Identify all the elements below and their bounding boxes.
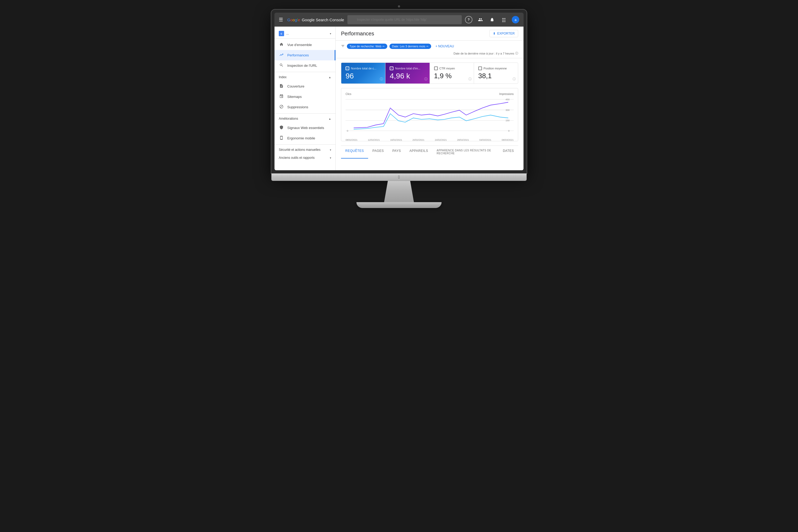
search-type-filter-label: Type de recherche: Web [349, 45, 381, 48]
chart-svg: 450 300 150 0 0 [345, 97, 514, 136]
position-info-icon[interactable]: ⓘ [513, 77, 516, 81]
export-icon: ⬇ [493, 32, 496, 35]
chart-date-5: 28/02/2021 [457, 138, 469, 141]
tab-apparence[interactable]: APPARENCE DANS LES RÉSULTATS DE RECHERCH… [433, 146, 499, 158]
apple-logo:  [398, 175, 400, 179]
update-info-icon: ⓘ [515, 51, 518, 55]
overview-label: Vue d'ensemble [287, 43, 312, 47]
site-url: ... [286, 32, 328, 35]
stat-card-ctr[interactable]: CTR moyen 1,9 % ⓘ [430, 63, 474, 83]
date-filter-label: Date: Les 3 derniers mois [392, 45, 425, 48]
sidebar-nav-sitemaps[interactable]: Sitemaps [274, 92, 336, 102]
clics-value: 96 [345, 72, 381, 80]
nav-actions: ? a [465, 16, 519, 23]
last-update-info: Date de la dernière mise à jour : il y a… [454, 51, 518, 55]
ctr-checkbox [434, 66, 438, 70]
overview-icon [279, 42, 284, 48]
impressions-value: 4,96 k [390, 72, 425, 80]
couverture-label: Couverture [287, 84, 304, 88]
sidebar-nav-url-inspection[interactable]: Inspection de l'URL [274, 60, 336, 71]
performance-chart: Clics Impressions 450 [341, 88, 518, 141]
main-layout: c ... ▾ Vue d'ensemble [274, 26, 524, 170]
legacy-section-chevron: ▾ [330, 156, 331, 159]
ameliorations-section-header[interactable]: Améliorations ▲ [274, 115, 336, 122]
stat-card-clics[interactable]: Nombre total de c... 96 ⓘ [341, 63, 385, 83]
svg-text:300: 300 [506, 108, 509, 111]
impressions-info-icon[interactable]: ⓘ [424, 77, 428, 81]
index-section-label: Index [279, 75, 286, 79]
tab-pages[interactable]: PAGES [368, 146, 388, 158]
search-bar-wrapper: 🔍 [347, 15, 462, 24]
tab-appareils[interactable]: APPAREILS [405, 146, 432, 158]
update-date-text: Date de la dernière mise à jour : il y a… [454, 52, 514, 55]
top-navigation: ☰ Google Google Search Console 🔍 ? [274, 13, 524, 26]
svg-text:0: 0 [508, 129, 510, 132]
help-icon-button[interactable]: ? [465, 16, 472, 23]
index-section-header[interactable]: Index ▲ [274, 73, 336, 81]
core-web-vitals-icon [279, 125, 284, 130]
clics-info-icon[interactable]: ⓘ [380, 77, 383, 81]
sidebar-nav-mobile-usability[interactable]: Ergonomie mobile [274, 133, 336, 144]
user-avatar[interactable]: a [512, 16, 519, 23]
chart-left-label: Clics [345, 93, 352, 95]
search-type-edit-icon: ✏ [382, 45, 385, 48]
tab-pays[interactable]: PAYS [388, 146, 405, 158]
app-name-label: Google Search Console [302, 18, 344, 22]
sidebar-nav-performances[interactable]: Performances [274, 50, 336, 60]
page-title: Performances [341, 31, 374, 37]
chart-date-6: 04/03/2021 [479, 138, 491, 141]
sidebar-nav-couverture[interactable]: Couverture [274, 81, 336, 92]
sitemaps-icon [279, 94, 284, 99]
date-edit-icon: ✏ [426, 45, 429, 48]
url-search-input[interactable] [347, 15, 462, 24]
add-filter-button[interactable]: + NOUVEAU [433, 43, 456, 49]
hamburger-menu-icon[interactable]: ☰ [279, 17, 283, 23]
tab-apparence-label: APPARENCE DANS LES RÉSULTATS DE RECHERCH… [437, 149, 491, 155]
performances-label: Performances [287, 53, 309, 57]
accounts-icon-button[interactable] [477, 16, 484, 23]
chart-date-3: 20/02/2021 [413, 138, 424, 141]
sidebar-nav-suppressions[interactable]: Suppressions [274, 102, 336, 112]
imac-stand-base [357, 202, 441, 208]
security-section-chevron: ▾ [330, 148, 331, 151]
site-selector[interactable]: c ... ▾ [274, 29, 336, 39]
sidebar: c ... ▾ Vue d'ensemble [274, 26, 336, 170]
legacy-section-label: Anciens outils et rapports [279, 156, 315, 159]
stat-card-impressions[interactable]: Nombre total d'im... 4,96 k ⓘ [385, 63, 430, 83]
index-section-chevron: ▲ [328, 76, 331, 79]
stats-grid: Nombre total de c... 96 ⓘ Nombre total d… [341, 62, 518, 84]
app-logo: Google Google Search Console [287, 18, 344, 22]
clics-checkbox [345, 66, 349, 70]
apps-grid-icon-button[interactable] [500, 16, 508, 23]
stat-card-position[interactable]: Position moyenne 38,1 ⓘ [474, 63, 518, 83]
notifications-icon-button[interactable] [488, 16, 496, 23]
tab-requetes[interactable]: REQUÊTES [341, 146, 368, 158]
legacy-section-header[interactable]: Anciens outils et rapports ▾ [274, 154, 336, 162]
tab-pages-label: PAGES [373, 149, 384, 153]
security-section-label: Sécurité et actions manuelles [279, 148, 321, 152]
position-label: Position moyenne [483, 67, 507, 70]
search-type-filter[interactable]: Type de recherche: Web ✏ [347, 44, 387, 49]
export-label: EXPORTER [497, 32, 515, 35]
clics-line [354, 114, 508, 129]
content-header: Performances ⬇ EXPORTER [336, 26, 524, 41]
filter-icon [341, 44, 345, 49]
security-section-header[interactable]: Sécurité et actions manuelles ▾ [274, 146, 336, 154]
sidebar-nav-overview[interactable]: Vue d'ensemble [274, 40, 336, 50]
export-button[interactable]: ⬇ EXPORTER [490, 30, 518, 37]
chart-date-0: 08/02/2021 [345, 138, 358, 141]
suppressions-icon [279, 104, 284, 110]
position-checkbox [478, 66, 482, 70]
impressions-label: Nombre total d'im... [395, 67, 420, 70]
data-tabs: REQUÊTES PAGES PAYS APPAREILS [341, 146, 518, 158]
suppressions-label: Suppressions [287, 105, 308, 109]
sidebar-nav-core-web-vitals[interactable]: Signaux Web essentiels [274, 122, 336, 133]
imac-chin:  [271, 173, 527, 181]
tab-dates[interactable]: DATES [498, 146, 518, 158]
ctr-info-icon[interactable]: ⓘ [469, 77, 472, 81]
tab-requetes-label: REQUÊTES [345, 149, 364, 153]
site-dropdown-icon[interactable]: ▾ [330, 32, 331, 35]
ameliorations-section-chevron: ▲ [328, 117, 331, 120]
svg-text:450: 450 [506, 98, 509, 101]
date-filter[interactable]: Date: Les 3 derniers mois ✏ [390, 44, 431, 49]
